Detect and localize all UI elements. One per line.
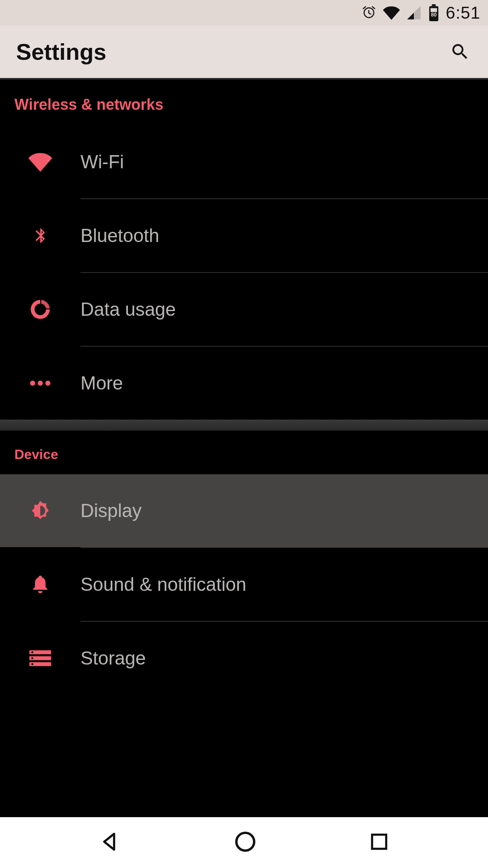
section-header-device: Device bbox=[0, 431, 488, 474]
svg-text:80: 80 bbox=[431, 12, 437, 18]
settings-row-label: Bluetooth bbox=[80, 225, 488, 246]
svg-point-6 bbox=[45, 381, 50, 386]
svg-point-11 bbox=[31, 657, 33, 659]
settings-list: Wireless & networks Wi-Fi Bluetooth Data… bbox=[0, 80, 488, 817]
wifi-icon bbox=[28, 150, 52, 174]
svg-point-4 bbox=[30, 381, 35, 386]
home-icon bbox=[233, 830, 257, 854]
svg-point-5 bbox=[38, 381, 43, 386]
svg-point-12 bbox=[31, 663, 33, 665]
wifi-status-icon bbox=[383, 4, 400, 21]
navigation-bar bbox=[0, 817, 488, 868]
cellular-signal-icon bbox=[406, 5, 422, 21]
section-separator bbox=[0, 420, 488, 431]
status-clock: 6:51 bbox=[446, 3, 480, 22]
svg-point-10 bbox=[31, 651, 33, 654]
settings-row-more[interactable]: More bbox=[0, 347, 488, 420]
more-horizontal-icon bbox=[28, 379, 52, 387]
settings-row-display[interactable]: Display bbox=[0, 474, 488, 547]
settings-row-label: More bbox=[80, 373, 488, 394]
alarm-icon bbox=[361, 5, 377, 21]
storage-icon bbox=[28, 649, 52, 668]
settings-row-label: Display bbox=[80, 500, 488, 521]
search-icon bbox=[450, 42, 470, 62]
back-button[interactable] bbox=[98, 830, 122, 855]
settings-row-bluetooth[interactable]: Bluetooth bbox=[0, 199, 488, 272]
settings-row-sound[interactable]: Sound & notification bbox=[0, 548, 488, 621]
status-bar: 80 6:51 bbox=[0, 0, 488, 25]
recents-icon bbox=[369, 831, 390, 852]
home-button[interactable] bbox=[233, 830, 257, 855]
svg-point-13 bbox=[236, 833, 254, 851]
app-bar: Settings bbox=[0, 25, 488, 80]
bell-icon bbox=[30, 573, 51, 596]
settings-row-label: Sound & notification bbox=[80, 574, 488, 595]
settings-row-storage[interactable]: Storage bbox=[0, 622, 488, 695]
section-header-wireless: Wireless & networks bbox=[0, 80, 488, 125]
svg-rect-14 bbox=[372, 835, 386, 849]
battery-icon: 80 bbox=[428, 4, 440, 21]
search-button[interactable] bbox=[448, 40, 472, 64]
settings-row-data-usage[interactable]: Data usage bbox=[0, 273, 488, 346]
settings-row-wifi[interactable]: Wi-Fi bbox=[0, 125, 488, 198]
back-icon bbox=[98, 830, 122, 854]
settings-row-label: Wi-Fi bbox=[80, 151, 488, 172]
settings-row-label: Data usage bbox=[80, 299, 488, 320]
svg-rect-2 bbox=[430, 8, 437, 12]
page-title: Settings bbox=[16, 39, 106, 65]
bluetooth-icon bbox=[31, 224, 50, 248]
data-usage-icon bbox=[29, 298, 52, 321]
svg-rect-0 bbox=[432, 4, 436, 6]
settings-row-label: Storage bbox=[80, 648, 488, 669]
brightness-icon bbox=[28, 499, 52, 523]
recents-button[interactable] bbox=[369, 831, 390, 854]
